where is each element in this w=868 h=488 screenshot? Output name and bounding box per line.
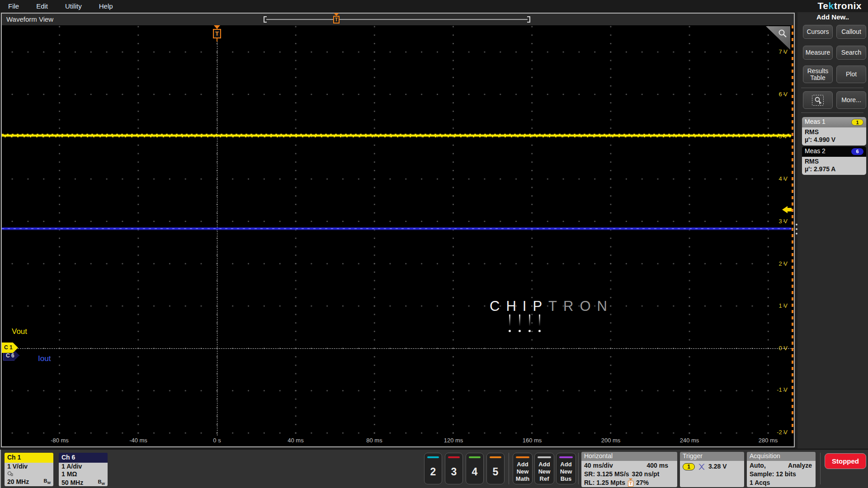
meas2-title: Meas 2 xyxy=(805,147,826,155)
zoom-select-icon xyxy=(812,95,824,106)
x-label-3: 40 ms xyxy=(282,437,309,444)
acquisition-header: Acquisition xyxy=(747,452,816,461)
measure-button[interactable]: Measure xyxy=(803,46,833,60)
x-label-8: 240 ms xyxy=(676,437,703,444)
cursors-button[interactable]: Cursors xyxy=(803,25,833,39)
ref-color-stripe xyxy=(538,456,551,458)
record-view-scrollbar[interactable]: T xyxy=(266,14,528,25)
trigger-badge[interactable]: Trigger 1 3.28 V xyxy=(680,452,744,487)
brand-k: k xyxy=(828,0,834,11)
ch1-reference-tag[interactable]: C 1 xyxy=(2,343,18,353)
horizontal-body: 40 ms/div 400 ms SR: 3.125 MS/s 320 ns/p… xyxy=(581,461,677,487)
menu-file[interactable]: File xyxy=(8,2,19,10)
meas2-type: RMS xyxy=(805,158,863,165)
right-edge-trigger-dash xyxy=(792,25,793,436)
x-label-1: -40 ms xyxy=(125,437,152,444)
watermark-tron: TRON xyxy=(548,298,613,314)
search-button[interactable]: Search xyxy=(836,46,866,60)
trigger-t-icon: T xyxy=(333,16,340,23)
record-view-right-bracket[interactable] xyxy=(527,16,530,23)
graticule-zoom-corner-button[interactable] xyxy=(766,26,790,50)
trigger-level-arrow[interactable] xyxy=(782,206,792,213)
vout-label[interactable]: Vout xyxy=(12,327,27,336)
meas1-badge[interactable]: Meas 1 1 RMS µ': 4.990 V xyxy=(802,117,866,145)
menu-bar: File Edit Utility Help Tektronix xyxy=(0,0,868,12)
y-label-4v: 4 V xyxy=(778,175,788,182)
ch5-color-stripe xyxy=(490,456,501,458)
acquisition-sample: Sample: 12 bits xyxy=(750,470,813,479)
ch6-badge-header: Ch 6 xyxy=(59,453,108,463)
graticule[interactable]: 7 V 6 V 5 V 4 V 3 V 2 V 1 V 0 V -1 V -2 … xyxy=(2,25,794,436)
horizontal-badge[interactable]: Horizontal 40 ms/div 400 ms SR: 3.125 MS… xyxy=(581,452,677,487)
meas2-value: µ': 2.975 A xyxy=(805,165,863,173)
time-axis: -80 ms -40 ms 0 s 40 ms 80 ms 120 ms 160… xyxy=(2,436,794,446)
ch1-badge-body: 1 V/div 20 MHz BW xyxy=(5,463,53,486)
ch6-badge[interactable]: Ch 6 1 A/div 1 MΩ 50 MHz BW xyxy=(59,453,108,486)
waveform-view-titlebar: Waveform View T xyxy=(2,14,794,25)
x-label-9: 280 ms xyxy=(755,437,782,444)
ch6-bandwidth: 50 MHz xyxy=(61,479,83,486)
math-color-stripe xyxy=(516,456,529,458)
ch6-iout-trace[interactable] xyxy=(2,228,791,230)
bandwidth-limit-icon: BW xyxy=(43,477,51,486)
acquisition-badge[interactable]: Acquisition Auto, Analyze Sample: 12 bit… xyxy=(747,452,816,487)
bottombar-separator xyxy=(509,453,509,484)
bottombar-separator xyxy=(578,453,579,484)
record-view-left-bracket[interactable] xyxy=(264,16,267,23)
magnifier-icon xyxy=(777,28,788,40)
results-table-button[interactable]: Results Table xyxy=(803,66,833,83)
add-new-math-button[interactable]: Add New Math xyxy=(513,453,533,484)
trigger-level: 3.28 V xyxy=(708,462,726,471)
ch5-button[interactable]: 5 xyxy=(486,453,505,484)
horizontal-position: 27% xyxy=(636,479,649,487)
zoom-select-button[interactable] xyxy=(803,91,833,109)
tektronix-logo: Tektronix xyxy=(818,0,862,11)
trigger-level-arrow-head-icon xyxy=(782,206,788,213)
ch5-number: 5 xyxy=(493,466,499,478)
waveform-view-title: Waveform View xyxy=(6,15,53,23)
watermark-drip xyxy=(529,314,530,326)
y-label-2v: 2 V xyxy=(778,260,788,267)
record-view-line xyxy=(266,19,528,20)
ch6-scale: 1 A/div xyxy=(61,463,105,470)
plot-button[interactable]: Plot xyxy=(836,66,866,83)
menu-edit[interactable]: Edit xyxy=(36,2,48,10)
trigger-flag-triangle-icon xyxy=(214,25,220,29)
y-label-n2v: -2 V xyxy=(777,429,788,436)
ch3-button[interactable]: 3 xyxy=(445,453,463,484)
meas1-value: µ': 4.990 V xyxy=(805,136,863,144)
run-stop-status-button[interactable]: Stopped xyxy=(825,453,866,469)
horizontal-window: 400 ms xyxy=(647,461,675,470)
menu-utility[interactable]: Utility xyxy=(65,2,82,10)
x-label-5: 120 ms xyxy=(440,437,467,444)
menu-help[interactable]: Help xyxy=(99,2,113,10)
acquisition-body: Auto, Analyze Sample: 12 bits 1 Acqs xyxy=(747,461,816,487)
trigger-header: Trigger xyxy=(680,452,744,461)
horizontal-header: Horizontal xyxy=(581,452,677,461)
more-button[interactable]: More... xyxy=(836,91,866,109)
callout-button[interactable]: Callout xyxy=(836,25,866,39)
watermark-dot xyxy=(519,330,521,332)
ch1-badge[interactable]: Ch 1 1 V/div 20 MHz BW xyxy=(5,453,53,486)
ch1-probe-row xyxy=(7,470,51,477)
add-new-bus-button[interactable]: Add New Bus xyxy=(556,453,576,484)
chiptron-watermark: CHIPTRON xyxy=(490,298,613,314)
y-label-1v: 1 V xyxy=(778,302,788,309)
iout-label[interactable]: Iout xyxy=(38,354,51,363)
watermark-drip xyxy=(509,314,510,326)
trigger-flag-stem xyxy=(217,38,217,42)
ch4-button[interactable]: 4 xyxy=(466,453,484,484)
acquisition-analyze: Analyze xyxy=(788,461,813,470)
meas2-body: RMS µ': 2.975 A xyxy=(802,157,866,175)
sidebar-separator xyxy=(801,88,863,88)
x-label-4: 80 ms xyxy=(361,437,388,444)
record-view-trigger-marker[interactable]: T xyxy=(332,13,340,25)
ch2-color-stripe xyxy=(427,456,439,458)
trigger-position-flag[interactable]: T xyxy=(212,25,222,42)
ch1-vout-trace[interactable] xyxy=(2,135,791,136)
ch2-button[interactable]: 2 xyxy=(424,453,442,484)
add-new-ref-button[interactable]: Add New Ref xyxy=(534,453,554,484)
meas2-badge[interactable]: Meas 2 6 RMS µ': 2.975 A xyxy=(802,146,866,175)
meas2-header: Meas 2 6 xyxy=(802,146,866,157)
ch1-badge-header: Ch 1 xyxy=(5,453,53,463)
